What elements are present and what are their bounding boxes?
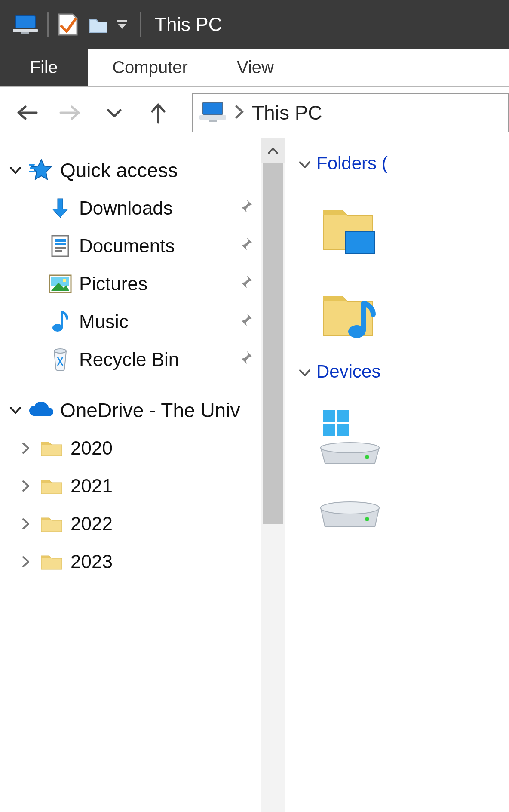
- svg-marker-6: [118, 24, 126, 29]
- address-pc-icon: [199, 101, 227, 125]
- svg-rect-14: [58, 199, 63, 209]
- device-item-os-drive[interactable]: [316, 391, 509, 477]
- tree-item-2020[interactable]: 2020: [0, 429, 261, 467]
- documents-icon: [47, 233, 73, 259]
- tree-item-documents[interactable]: Documents: [0, 227, 261, 265]
- content-pane: Folders (: [285, 138, 509, 812]
- tab-view[interactable]: View: [212, 49, 298, 86]
- chevron-right-icon[interactable]: [16, 477, 35, 495]
- chevron-down-icon[interactable]: [298, 361, 311, 382]
- chevron-right-icon[interactable]: [235, 105, 244, 121]
- tree-label: Recycle Bin: [79, 349, 179, 370]
- svg-rect-31: [323, 410, 335, 422]
- folder-icon: [39, 549, 64, 575]
- main-area: Quick access Downloads: [0, 138, 509, 812]
- svg-rect-0: [15, 16, 35, 28]
- svg-rect-3: [21, 32, 29, 34]
- tree-label: Downloads: [79, 197, 173, 219]
- group-label: Folders (: [316, 153, 388, 174]
- svg-rect-19: [55, 239, 66, 242]
- svg-rect-12: [199, 115, 226, 120]
- tree-item-2021[interactable]: 2021: [0, 467, 261, 505]
- svg-point-35: [321, 443, 379, 453]
- tree-quick-access[interactable]: Quick access: [0, 151, 261, 189]
- svg-point-37: [321, 502, 379, 514]
- tree-item-music[interactable]: Music: [0, 303, 261, 341]
- svg-rect-2: [13, 29, 38, 32]
- chevron-down-icon[interactable]: [6, 161, 25, 180]
- svg-marker-15: [52, 209, 68, 218]
- svg-rect-33: [323, 424, 335, 436]
- windows-drive-icon: [316, 406, 371, 462]
- svg-point-38: [365, 517, 369, 521]
- tree-item-pictures[interactable]: Pictures: [0, 265, 261, 303]
- chevron-down-icon[interactable]: [298, 153, 311, 174]
- properties-icon[interactable]: [57, 12, 79, 37]
- chevron-right-icon[interactable]: [16, 439, 35, 458]
- this-pc-icon: [12, 14, 39, 35]
- tree-label: 2021: [71, 475, 113, 497]
- recent-locations-button[interactable]: [101, 100, 127, 126]
- tree-onedrive[interactable]: OneDrive - The Univ: [0, 391, 261, 429]
- qat-dropdown-icon[interactable]: [117, 19, 128, 30]
- chevron-right-icon[interactable]: [16, 514, 35, 533]
- group-label: Devices: [316, 361, 380, 382]
- ribbon-tabs: File Computer View: [0, 49, 509, 87]
- tree-item-2022[interactable]: 2022: [0, 505, 261, 543]
- svg-rect-34: [337, 424, 349, 436]
- svg-rect-20: [55, 243, 66, 245]
- tree-label: 2023: [71, 551, 113, 572]
- svg-point-27: [52, 324, 63, 332]
- pin-icon: [236, 198, 254, 219]
- music-folder-icon: [316, 284, 371, 340]
- group-header-devices[interactable]: Devices: [298, 361, 509, 382]
- tree-item-downloads[interactable]: Downloads: [0, 189, 261, 227]
- desktop-folder-icon: [316, 198, 371, 254]
- address-bar[interactable]: This PC: [192, 93, 509, 132]
- device-item-drive[interactable]: [316, 477, 509, 563]
- up-button[interactable]: [145, 100, 171, 126]
- folder-item-music[interactable]: [316, 269, 509, 355]
- tree-label: Documents: [79, 235, 175, 257]
- tree-label: Music: [79, 311, 129, 332]
- tab-computer[interactable]: Computer: [88, 49, 212, 86]
- svg-point-28: [54, 349, 66, 353]
- pin-icon: [236, 236, 254, 257]
- tree-item-recycle-bin[interactable]: Recycle Bin: [0, 341, 261, 378]
- drive-icon: [316, 492, 371, 548]
- tree-label: Quick access: [60, 159, 178, 182]
- folder-icon: [39, 473, 64, 499]
- folder-icon: [39, 511, 64, 537]
- new-folder-icon[interactable]: [88, 14, 109, 35]
- svg-rect-22: [55, 250, 62, 252]
- pin-icon: [236, 311, 254, 332]
- scroll-thumb[interactable]: [263, 163, 283, 524]
- onedrive-cloud-icon: [28, 397, 54, 423]
- back-button[interactable]: [14, 100, 40, 126]
- downloads-icon: [47, 195, 73, 221]
- tree-label: 2022: [71, 513, 113, 535]
- forward-button[interactable]: [58, 100, 83, 126]
- folder-item-desktop[interactable]: [316, 183, 509, 269]
- tree-label: Pictures: [79, 273, 147, 295]
- tab-file[interactable]: File: [0, 49, 88, 86]
- svg-point-26: [63, 279, 66, 282]
- svg-rect-29: [346, 232, 375, 253]
- tree-scrollbar[interactable]: [261, 138, 285, 812]
- recycle-bin-icon: [47, 347, 73, 372]
- scroll-up-icon[interactable]: [261, 138, 285, 163]
- pictures-icon: [47, 271, 73, 297]
- svg-rect-18: [52, 236, 68, 256]
- pin-icon: [236, 349, 254, 370]
- separator: [47, 12, 49, 37]
- tree-label: 2020: [71, 437, 113, 459]
- group-header-folders[interactable]: Folders (: [298, 153, 509, 174]
- svg-rect-21: [55, 247, 66, 249]
- svg-rect-32: [337, 410, 349, 422]
- chevron-right-icon[interactable]: [16, 552, 35, 571]
- tree-item-2023[interactable]: 2023: [0, 543, 261, 581]
- chevron-down-icon[interactable]: [6, 401, 25, 420]
- quick-access-star-icon: [28, 157, 54, 183]
- svg-point-36: [365, 455, 369, 459]
- titlebar: This PC: [0, 0, 509, 49]
